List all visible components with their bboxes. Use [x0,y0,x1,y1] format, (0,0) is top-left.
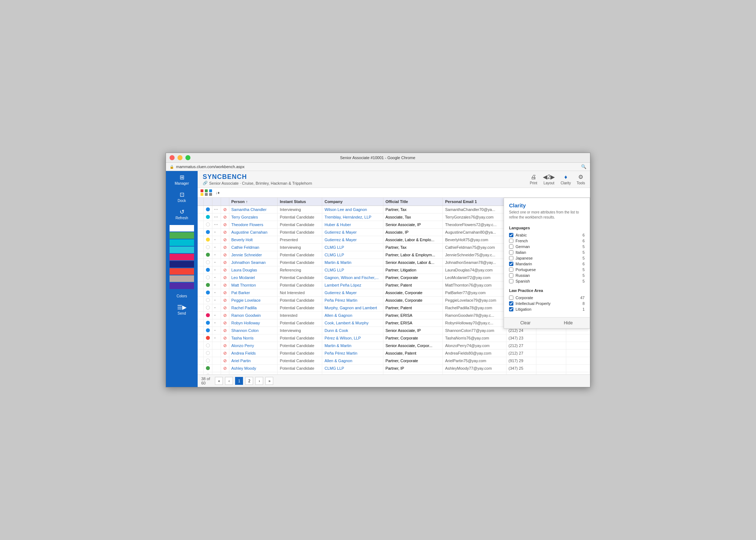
sidebar-item-send[interactable]: ☰▶ Send [166,301,198,318]
clarity-checkbox[interactable] [509,296,513,300]
row-company[interactable]: Martin & Martin [322,342,383,350]
row-company[interactable]: CLMG LLP [322,251,383,259]
row-indicator [198,350,203,357]
app-grid-icon[interactable] [201,189,213,196]
row-person[interactable]: Tasha Norris [229,334,278,342]
row-company[interactable]: Tremblay, Hernández, LLP [322,213,383,221]
clarity-checkbox[interactable] [509,239,513,243]
row-indicator [198,266,203,274]
row-company[interactable]: Peña Pérez Martin [322,297,383,304]
browser-url[interactable]: mammatus.cluen.com/workbench.aspx [176,165,244,169]
row-company[interactable]: Wilson Lee and Gagnon [322,206,383,213]
clarity-checkbox[interactable] [509,256,513,260]
close-button[interactable] [170,155,175,160]
pagination-last[interactable]: » [265,377,273,385]
row-email: TheodoreFlowers72@yay.c... [443,221,506,229]
row-company[interactable]: Peña Pérez Martin [322,350,383,357]
refresh-icon: ↺ [180,208,184,215]
row-status: Potential Candidate [278,259,322,266]
header-action-tools[interactable]: ⚙ Tools [577,174,585,185]
row-person[interactable]: Leo Mcdaniel [229,274,278,282]
row-person[interactable]: Terry Gonzales [229,213,278,221]
row-company[interactable]: Allen & Gagnon [322,357,383,365]
row-person[interactable]: Augustine Carnahan [229,229,278,236]
clarity-checkbox[interactable] [509,301,513,306]
clarity-checkbox[interactable] [509,279,513,283]
maximize-button[interactable] [185,155,190,160]
row-company[interactable]: CLMG LLP [322,266,383,274]
toolbar-sort[interactable]: ↓♦ [216,190,220,195]
clarity-checkbox[interactable] [509,262,513,266]
row-person[interactable]: Andrea Fields [229,350,278,357]
row-person[interactable]: Ashley Moody [229,365,278,372]
clarity-clear-button[interactable]: Clear [504,318,547,328]
sidebar-item-refresh[interactable]: ↺ Refresh [166,206,198,223]
col-status[interactable]: Instant Status [278,198,322,206]
row-person[interactable]: Rachel Padilla [229,304,278,312]
minimize-button[interactable] [177,155,183,160]
row-company[interactable]: CLMG LLP [322,365,383,372]
pagination-first[interactable]: « [215,377,223,385]
row-company[interactable]: Gutierrez & Mayer [322,289,383,297]
row-company[interactable]: Murphy, Gagnon and Lambert [322,304,383,312]
row-person[interactable]: Pat Barker [229,289,278,297]
col-company[interactable]: Company [322,198,383,206]
row-email: AshleyMoody77@yay.com [443,365,506,372]
row-person[interactable]: Austin Diaz [229,372,278,375]
header-action-clarity[interactable]: ♦ Clarity [561,174,571,185]
clarity-hide-button[interactable]: Hide [547,318,590,328]
row-company[interactable]: CLMG LLP [322,244,383,251]
row-company[interactable]: Gagnon, Wilson and Fischer,... [322,274,383,282]
header-action-print[interactable]: 🖨 Print [530,174,537,185]
col-title[interactable]: Official Title [383,198,443,206]
clarity-checkbox[interactable] [509,244,513,249]
clarity-checkbox[interactable] [509,250,513,255]
row-person[interactable]: Matt Thornton [229,282,278,289]
row-company[interactable]: Cook, Lambert & Murphy [322,319,383,327]
col-email[interactable]: Personal Email 1 [443,198,506,206]
row-city [566,334,590,342]
browser-window: Senior Associate #10001 - Google Chrome … [166,153,590,387]
search-icon[interactable]: 🔍 [581,164,586,169]
row-dots [212,350,221,357]
sidebar-item-dock[interactable]: ⊡ Dock [166,188,198,206]
pagination-page-2[interactable]: 2 [245,377,253,385]
row-company[interactable]: Hernández Murphy [322,372,383,375]
row-person[interactable]: Peggie Lovelace [229,297,278,304]
row-person[interactable]: Johnathon Seaman [229,259,278,266]
row-indicator [198,297,203,304]
row-company[interactable]: Gutierrez & Mayer [322,236,383,244]
clarity-checkbox[interactable] [509,233,513,237]
row-company[interactable]: Lambert Peña López [322,282,383,289]
row-person[interactable]: Jennie Schneider [229,251,278,259]
row-person[interactable]: Ariel Partin [229,357,278,365]
header-action-layout[interactable]: ◀2▶ Layout [543,174,555,185]
row-indicator [198,327,203,334]
clarity-checkbox[interactable] [509,307,513,311]
pagination-page-1[interactable]: 1 [235,377,243,385]
col-person[interactable]: Person ↑ [229,198,278,206]
row-person[interactable]: Theodore Flowers [229,221,278,229]
row-person[interactable]: Ramon Goodwin [229,312,278,319]
row-company[interactable]: Pérez & Wilson, LLP [322,334,383,342]
clarity-checkbox[interactable] [509,267,513,272]
sidebar-item-manager[interactable]: ⊞ Manager [166,171,198,188]
row-person[interactable]: Cathie Feldman [229,244,278,251]
pagination-prev[interactable]: ‹ [225,377,233,385]
sidebar-item-colors[interactable]: Colors [166,291,198,301]
row-company[interactable]: Allen & Gagnon [322,312,383,319]
header-actions: 🖨 Print ◀2▶ Layout ♦ Clarity ⚙ Tools [530,174,585,185]
row-company[interactable]: Huber & Huber [322,221,383,229]
row-person[interactable]: Samantha Chandler [229,206,278,213]
pagination-next[interactable]: › [255,377,263,385]
row-company[interactable]: Dunn & Cook [322,327,383,334]
row-person[interactable]: Robyn Holloway [229,319,278,327]
row-person[interactable]: Shannon Colon [229,327,278,334]
row-person[interactable]: Alonzo Perry [229,342,278,350]
row-person[interactable]: Beverly Holt [229,236,278,244]
row-person[interactable]: Laura Douglas [229,266,278,274]
clarity-checkbox[interactable] [509,273,513,278]
row-dot [203,206,212,213]
row-company[interactable]: Gutierrez & Mayer [322,229,383,236]
row-company[interactable]: Martin & Martin [322,259,383,266]
